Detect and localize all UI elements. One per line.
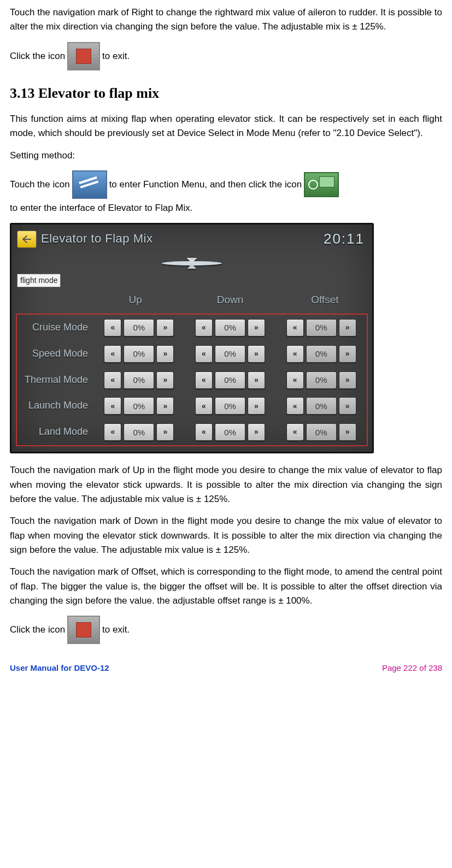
back-button[interactable] <box>17 231 37 248</box>
mode-label: Land Mode <box>17 419 93 445</box>
value-display: 0% <box>306 345 337 363</box>
value-spinner: «0%» <box>185 341 276 367</box>
decrement-button[interactable]: « <box>104 397 121 415</box>
increment-button[interactable]: » <box>248 423 265 441</box>
increment-button[interactable]: » <box>339 319 356 336</box>
value-display: 0% <box>306 319 337 336</box>
function-menu-icon <box>72 170 107 199</box>
clock: 20:11 <box>324 228 367 250</box>
device-screenshot: Elevator to Flap Mix 20:11 flight mode U… <box>10 223 374 453</box>
value-display: 0% <box>124 319 154 336</box>
value-display: 0% <box>124 345 154 363</box>
decrement-button[interactable]: « <box>104 345 121 363</box>
value-spinner: «0%» <box>275 315 367 341</box>
increment-button[interactable]: » <box>339 423 356 441</box>
text: to exit. <box>102 623 130 637</box>
decrement-button[interactable]: « <box>286 319 304 336</box>
value-spinner: «0%» <box>93 367 185 393</box>
value-spinner: «0%» <box>93 393 185 419</box>
value-spinner: «0%» <box>185 367 276 393</box>
value-spinner: «0%» <box>93 341 185 367</box>
increment-button[interactable]: » <box>156 371 174 389</box>
value-display: 0% <box>124 397 154 415</box>
decrement-button[interactable]: « <box>195 319 213 336</box>
section-heading: 3.13 Elevator to flap mix <box>10 82 442 104</box>
value-spinner: «0%» <box>93 315 185 341</box>
decrement-button[interactable]: « <box>195 371 213 389</box>
increment-button[interactable]: » <box>248 319 265 336</box>
increment-button[interactable]: » <box>156 345 174 363</box>
text: to enter Function Menu, and then click t… <box>109 178 302 192</box>
col-header-down: Down <box>183 288 277 312</box>
value-spinner: «0%» <box>93 419 185 445</box>
paragraph: Touch the navigation mark of Right to ch… <box>10 5 442 34</box>
col-header-up: Up <box>88 288 183 312</box>
value-display: 0% <box>215 397 245 415</box>
paragraph: Setting method: <box>10 149 442 163</box>
value-spinner: «0%» <box>275 419 367 445</box>
value-display: 0% <box>215 371 245 389</box>
paragraph: Touch the navigation mark of Offset, whi… <box>10 565 442 608</box>
value-spinner: «0%» <box>275 367 367 393</box>
decrement-button[interactable]: « <box>286 345 304 363</box>
mode-label: Thermal Mode <box>17 367 93 393</box>
footer-page: Page 222 of 238 <box>382 662 442 674</box>
footer-title: User Manual for DEVO-12 <box>10 662 109 674</box>
increment-button[interactable]: » <box>156 319 174 336</box>
text: to exit. <box>102 49 130 63</box>
decrement-button[interactable]: « <box>195 423 213 441</box>
increment-button[interactable]: » <box>339 397 356 415</box>
exit-icon <box>67 616 100 644</box>
mode-label: Speed Mode <box>17 341 93 367</box>
exit-line-2: Click the icon to exit. <box>10 616 442 644</box>
value-display: 0% <box>306 371 337 389</box>
increment-button[interactable]: » <box>339 345 356 363</box>
decrement-button[interactable]: « <box>104 319 121 336</box>
flight-mode-callout: flight mode <box>17 274 61 288</box>
decrement-button[interactable]: « <box>195 397 213 415</box>
decrement-button[interactable]: « <box>104 371 121 389</box>
exit-line-1: Click the icon to exit. <box>10 42 442 70</box>
text: Touch the icon <box>10 178 70 192</box>
value-display: 0% <box>124 371 154 389</box>
value-display: 0% <box>124 423 154 441</box>
text: Click the icon <box>10 49 65 63</box>
value-spinner: «0%» <box>185 315 276 341</box>
value-spinner: «0%» <box>275 341 367 367</box>
paragraph: This function aims at mixing flap when o… <box>10 112 442 141</box>
page-footer: User Manual for DEVO-12 Page 222 of 238 <box>10 652 442 675</box>
decrement-button[interactable]: « <box>286 423 304 441</box>
increment-button[interactable]: » <box>339 371 356 389</box>
value-display: 0% <box>215 319 245 336</box>
touch-line: Touch the icon to enter Function Menu, a… <box>10 170 442 215</box>
decrement-button[interactable]: « <box>286 397 304 415</box>
value-display: 0% <box>306 423 337 441</box>
decrement-button[interactable]: « <box>104 423 121 441</box>
value-spinner: «0%» <box>185 393 276 419</box>
text: to enter the interface of Elevator to Fl… <box>10 201 193 215</box>
paragraph: Touch the navigation mark of Up in the f… <box>10 463 442 506</box>
decrement-button[interactable]: « <box>286 371 304 389</box>
value-spinner: «0%» <box>275 393 367 419</box>
increment-button[interactable]: » <box>156 423 174 441</box>
col-header-blank <box>11 288 88 312</box>
value-display: 0% <box>215 345 245 363</box>
decrement-button[interactable]: « <box>195 345 213 363</box>
increment-button[interactable]: » <box>156 397 174 415</box>
value-display: 0% <box>215 423 245 441</box>
increment-button[interactable]: » <box>248 345 265 363</box>
flight-mode-group: Cruise Mode«0%»«0%»«0%»Speed Mode«0%»«0%… <box>16 314 368 446</box>
mode-label: Launch Mode <box>17 393 93 419</box>
elevator-flap-icon <box>304 172 339 197</box>
mode-label: Cruise Mode <box>17 315 93 341</box>
text: Click the icon <box>10 623 65 637</box>
paragraph: Touch the navigation mark of Down in the… <box>10 514 442 557</box>
screen-title: Elevator to Flap Mix <box>41 229 152 248</box>
exit-icon <box>67 42 100 70</box>
plane-graphic <box>11 252 372 274</box>
increment-button[interactable]: » <box>248 371 265 389</box>
col-header-offset: Offset <box>278 288 372 312</box>
value-display: 0% <box>306 397 337 415</box>
value-spinner: «0%» <box>185 419 276 445</box>
increment-button[interactable]: » <box>248 397 265 415</box>
